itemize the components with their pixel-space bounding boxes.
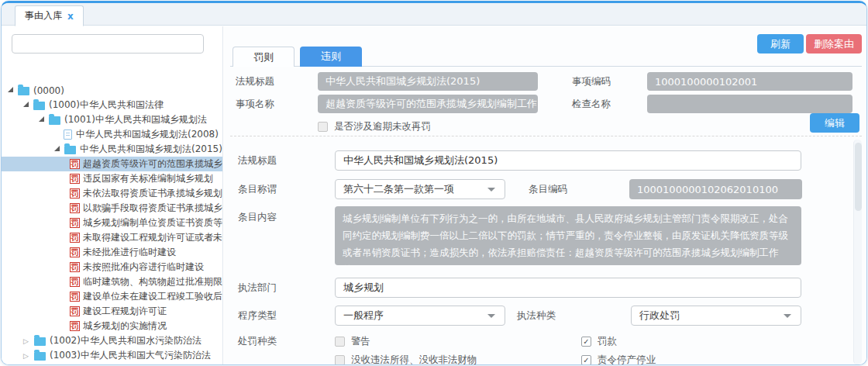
detail-law-title-input[interactable]: 中华人民共和国城乡规划法(2015) [335,150,801,171]
law-title-readonly: 中华人民共和国城乡规划法(2015) [318,72,538,91]
folder-icon [64,146,76,154]
tree-search-input[interactable] [12,34,204,54]
item-name-label: 事项名称 [236,95,274,113]
procedure-type-value: 一般程序 [343,309,384,323]
enforcement-dept-input[interactable]: 城乡规划 [335,278,801,298]
penalty-option-label: 责令停产停业 [598,354,656,365]
tree-item[interactable]: (1000)中华人民共和国法律 [2,98,222,112]
tree-item-label: 临时建筑物、构筑物超过批准期限 [83,275,222,288]
checkbox-unchecked[interactable] [335,355,345,365]
tree-item-label: (1003)中华人民共和国大气污染防治法 [50,349,211,362]
tree-item[interactable]: 罚未按照批准内容进行临时建设 [2,260,222,274]
tree-item-label: 未按照批准内容进行临时建设 [83,261,204,274]
expander-open-icon[interactable] [39,116,44,122]
tree-item[interactable]: 罚超越资质等级许可的范围承揽城乡规划编制工作 [2,157,222,171]
tree-indent [2,164,70,164]
penalty-option-item[interactable]: ✓责令停产停业 [581,354,656,365]
tree-item-label: (0000) [33,85,64,96]
tree-item-label: 城乡规划编制单位资质证书资质等级 [83,216,222,230]
section-divider [230,136,862,136]
clause-content-readonly: 城乡规划编制单位有下列行为之一的，由所在地城市、县人民政府城乡规划主管部门责令限… [335,206,801,265]
tree-item[interactable]: 罚未经批准进行临时建设 [2,245,222,260]
form-scrollbar[interactable] [853,140,862,364]
procedure-type-select[interactable]: 一般程序 [335,306,505,326]
tree-indent [2,252,70,253]
penalty-icon: 罚 [70,277,80,287]
expander-closed-icon[interactable]: ▷ [23,352,30,360]
penalty-option-item[interactable]: ✓罚款 [581,335,617,348]
tree-indent [2,355,23,356]
clause-title-label: 条目称谓 [238,179,277,199]
penalty-kind-label: 处罚种类 [238,335,277,348]
checkbox-checked[interactable]: ✓ [581,355,591,365]
penalty-icon: 罚 [70,233,80,243]
tree-indent [2,296,70,297]
penalty-icon: 罚 [70,292,80,302]
enforcement-dept-label: 执法部门 [238,278,277,298]
tree-item[interactable]: 中华人民共和国城乡规划法(2008) [2,127,222,142]
procedure-type-label: 程序类型 [238,306,277,326]
penalty-option-item[interactable]: 没收违法所得、没收非法财物 [335,354,477,365]
expander-open-icon[interactable] [23,102,29,107]
close-icon[interactable]: x [67,12,74,21]
tree-item[interactable]: 罚违反国家有关标准编制城乡规划 [2,171,222,186]
tree-indent [2,90,8,91]
penalty-icon: 罚 [70,188,80,199]
tree-item-label: 未取得建设工程规划许可证或者未按照 [83,231,222,244]
tab-violation-rules[interactable]: 违则 [300,47,362,67]
clause-content-label: 条目内容 [238,211,277,224]
checkbox-unchecked[interactable] [335,337,345,347]
tree-item[interactable]: 罚未取得建设工程规划许可证或者未按照 [2,230,222,245]
tree-indent [2,208,70,209]
tree-item[interactable]: 中华人民共和国城乡规划法(2015) [2,142,222,157]
tree-item-label: 违反国家有关标准编制城乡规划 [83,172,213,185]
enforcement-kind-select[interactable]: 行政处罚 [631,306,801,326]
tab-penalty-rules[interactable]: 罚则 [232,47,294,67]
tree-item[interactable]: 罚未依法取得资质证书承揽城乡规划编制工作 [2,186,222,201]
tree-indent [2,281,70,282]
expander-open-icon[interactable] [8,87,13,92]
tree-item[interactable]: 罚以欺骗手段取得资质证书承揽城乡规划编制工作 [2,201,222,216]
delete-cause-button[interactable]: 删除案由 [806,34,862,54]
tree-item-label: 城乡规划的实施情况 [83,319,167,333]
penalty-option-label: 警告 [351,335,370,348]
penalty-icon: 罚 [70,262,80,272]
enforcement-kind-label: 执法种类 [517,306,556,326]
penalty-icon: 罚 [70,321,80,331]
tree-item[interactable]: ▷(1004)中华人民共和国环境噪声污染防治法 [2,363,222,364]
tree-item-label: 超越资质等级许可的范围承揽城乡规划编制工作 [83,157,222,171]
chevron-down-icon [784,314,791,318]
overdue-checkbox-item[interactable]: 是否涉及逾期未改再罚 [318,120,431,133]
tree-item[interactable]: 罚城乡规划编制单位资质证书资质等级 [2,216,222,230]
tree-item[interactable]: 罚临时建筑物、构筑物超过批准期限 [2,274,222,289]
item-name-readonly: 超越资质等级许可的范围承揽城乡规划编制工作 [318,95,538,113]
check-name-label: 检查名称 [572,95,611,113]
penalty-icon: 罚 [70,159,80,169]
tree-indent [2,119,39,120]
refresh-button[interactable]: 刷新 [757,34,804,54]
tree-item[interactable]: 罚城乡规划的实施情况 [2,319,222,333]
edit-button[interactable]: 编辑 [810,113,859,133]
expander-closed-icon[interactable]: ▷ [23,337,30,345]
tree-item[interactable]: ▷(1002)中华人民共和国水污染防治法 [2,333,222,348]
overdue-checkbox[interactable] [318,122,328,132]
clause-title-select[interactable]: 第六十二条第一款第一项 [335,179,505,199]
tab-shiyou-ruku[interactable]: 事由入库 x [15,5,84,26]
penalty-option-item[interactable]: 警告 [335,335,370,348]
tree-item-label: (1004)中华人民共和国环境噪声污染防治法 [50,364,222,364]
tree-item[interactable]: (0000) [2,83,222,98]
checkbox-checked[interactable]: ✓ [581,337,591,347]
penalty-option-label: 罚款 [598,335,617,348]
detail-law-title-label: 法规标题 [238,150,277,171]
penalty-icon: 罚 [70,203,80,213]
tree-item[interactable]: 罚建设工程规划许可证 [2,304,222,319]
tree-item[interactable]: (1001)中华人民共和国城乡规划法 [2,112,222,127]
tree-item[interactable]: 罚建设单位未在建设工程竣工验收后 [2,289,222,304]
penalty-icon: 罚 [70,174,80,184]
scrollbar-thumb[interactable] [855,143,862,211]
law-title-label: 法规标题 [236,72,274,91]
expander-open-icon[interactable] [54,146,60,151]
tree-item[interactable]: ▷(1003)中华人民共和国大气污染防治法 [2,348,222,363]
main-tabbar: 事由入库 x [2,3,866,26]
tree-indent [2,340,23,341]
